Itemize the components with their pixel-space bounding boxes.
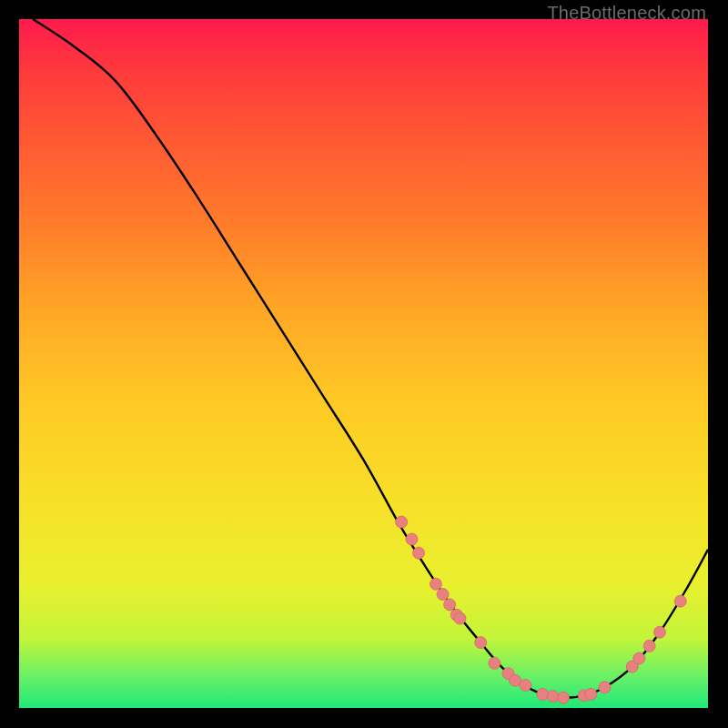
marker-dot — [406, 533, 418, 545]
bottleneck-curve — [33, 19, 708, 698]
marker-dot — [547, 691, 559, 703]
bottleneck-chart-svg — [19, 19, 708, 708]
marker-dot — [396, 516, 408, 528]
marker-dot — [654, 626, 666, 638]
marker-dot — [674, 595, 686, 607]
highlight-markers — [396, 516, 687, 703]
marker-dot — [520, 680, 531, 692]
marker-dot — [475, 637, 487, 649]
marker-dot — [537, 688, 549, 700]
marker-dot — [558, 692, 570, 703]
marker-dot — [489, 657, 500, 669]
marker-dot — [413, 547, 425, 559]
marker-dot — [585, 688, 597, 700]
marker-dot — [633, 652, 645, 664]
marker-dot — [454, 612, 466, 624]
marker-dot — [643, 640, 655, 652]
marker-dot — [430, 578, 441, 590]
marker-dot — [444, 599, 456, 611]
marker-dot — [599, 682, 611, 693]
marker-dot — [437, 589, 449, 601]
